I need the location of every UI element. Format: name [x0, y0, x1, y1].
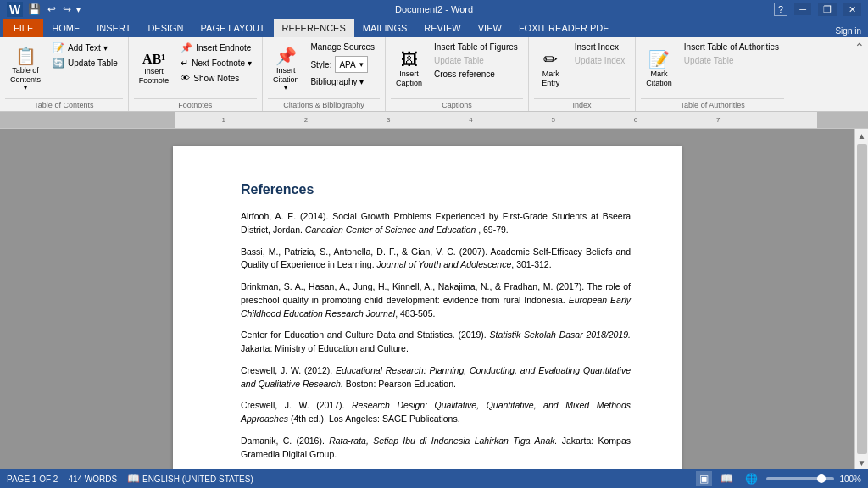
- ref-entry-5: Creswell, J. W. (2012). Educational Rese…: [241, 364, 631, 391]
- insert-table-authorities-button[interactable]: Insert Table of Authorities: [679, 41, 784, 53]
- style-selector[interactable]: Style: APA ▾: [305, 54, 380, 75]
- toc-dropdown-icon[interactable]: ▾: [24, 84, 27, 92]
- proofing-icon: 📖: [127, 473, 140, 485]
- ribbon-collapse-button[interactable]: ⌃: [854, 41, 865, 54]
- ribbon-group-index: ✏ MarkEntry Insert Index Update Index In…: [529, 37, 637, 111]
- manage-sources-button[interactable]: Manage Sources: [305, 41, 380, 53]
- update-table-authorities-button[interactable]: Update Table: [679, 54, 784, 67]
- mark-entry-label: MarkEntry: [542, 69, 559, 88]
- citation-dropdown-icon[interactable]: ▾: [284, 84, 287, 92]
- style-dropdown-icon: ▾: [359, 60, 364, 69]
- document-scroll[interactable]: References Alrfooh, A. E. (2014). Social…: [0, 129, 854, 469]
- page-indicator: PAGE 1 OF 2: [7, 474, 58, 484]
- mark-entry-icon: ✏: [543, 49, 558, 69]
- citation-label: InsertCitation: [273, 66, 299, 85]
- next-footnote-icon: ↵: [181, 58, 188, 69]
- cross-reference-button[interactable]: Cross-reference: [429, 68, 523, 80]
- restore-button[interactable]: ❐: [818, 3, 837, 16]
- insert-index-button[interactable]: Insert Index: [570, 41, 631, 53]
- ref-entry-2: Bassi, M., Patrizia, S., Antonella, D. F…: [241, 246, 631, 273]
- mark-citation-button[interactable]: 📝 MarkCitation: [641, 41, 677, 97]
- table-of-contents-button[interactable]: 📋 Table ofContents ▾: [5, 41, 46, 97]
- tab-file[interactable]: FILE: [3, 19, 43, 37]
- tab-foxit[interactable]: FOXIT READER PDF: [510, 19, 617, 37]
- ribbon-group-toc: 📋 Table ofContents ▾ 📝 Add Text ▾ 🔄 Upda…: [0, 37, 129, 111]
- ref-entry-6: Creswell, J. W. (2017). Research Design:…: [241, 399, 631, 426]
- minimize-button[interactable]: ─: [794, 3, 811, 15]
- zoom-slider[interactable]: [766, 477, 834, 480]
- status-left: PAGE 1 OF 2 414 WORDS 📖 ENGLISH (UNITED …: [7, 473, 253, 485]
- index-group-label: Index: [534, 98, 631, 111]
- title-bar: W 💾 ↩ ↪ ▾ Document2 - Word ? ─ ❐ ✕: [0, 0, 868, 19]
- ribbon-group-authorities: 📝 MarkCitation Insert Table of Authoriti…: [636, 37, 789, 111]
- language-indicator[interactable]: 📖 ENGLISH (UNITED STATES): [127, 473, 253, 485]
- tab-home[interactable]: HOME: [43, 19, 88, 37]
- toc-group-label: Table of Contents: [5, 98, 123, 111]
- title-bar-controls: ? ─ ❐ ✕: [774, 3, 861, 16]
- tab-insert[interactable]: INSERT: [88, 19, 139, 37]
- status-right: ▣ 📖 🌐 100%: [696, 471, 861, 486]
- add-text-button[interactable]: 📝 Add Text ▾: [47, 41, 123, 55]
- captions-group-label: Captions: [391, 98, 523, 111]
- footnotes-group-label: Footnotes: [134, 98, 257, 111]
- update-table-captions-button[interactable]: Update Table: [429, 54, 523, 67]
- document-page: References Alrfooh, A. E. (2014). Social…: [173, 146, 682, 469]
- footnote-icon: AB¹: [142, 52, 165, 67]
- insert-footnote-button[interactable]: AB¹ InsertFootnote: [134, 41, 175, 97]
- ribbon-group-captions: 🖼 InsertCaption Insert Table of Figures …: [386, 37, 529, 111]
- title-bar-title: Document2 - Word: [395, 4, 473, 14]
- show-notes-icon: 👁: [181, 73, 190, 83]
- citations-group-label: Citations & Bibliography: [268, 98, 380, 111]
- quick-access-redo[interactable]: ↪: [61, 2, 73, 17]
- close-button[interactable]: ✕: [843, 3, 861, 16]
- title-bar-left: W 💾 ↩ ↪ ▾: [7, 2, 81, 17]
- help-button[interactable]: ?: [774, 3, 787, 16]
- sign-in-button[interactable]: Sign in: [828, 25, 868, 37]
- style-dropdown[interactable]: APA ▾: [335, 56, 367, 73]
- footnote-label: InsertFootnote: [139, 67, 170, 86]
- tab-review[interactable]: REVIEW: [415, 19, 469, 37]
- citation-icon: 📌: [275, 46, 297, 66]
- view-normal-icon[interactable]: ▣: [696, 471, 712, 486]
- tab-mailings[interactable]: MAILINGS: [354, 19, 416, 37]
- tab-page-layout[interactable]: PAGE LAYOUT: [192, 19, 274, 37]
- view-reading-icon[interactable]: 📖: [717, 471, 737, 486]
- update-index-button[interactable]: Update Index: [570, 54, 631, 67]
- ref-entry-4: Center for Education and Culture Data an…: [241, 329, 631, 356]
- ref-entry-7: Damanik, C. (2016). Rata-rata, Setiap Ib…: [241, 435, 631, 462]
- ribbon: 📋 Table ofContents ▾ 📝 Add Text ▾ 🔄 Upda…: [0, 37, 868, 112]
- quick-access-undo[interactable]: ↩: [46, 2, 58, 17]
- update-table-toc-button[interactable]: 🔄 Update Table: [47, 56, 123, 70]
- caption-label: InsertCaption: [396, 69, 422, 88]
- zoom-level[interactable]: 100%: [839, 474, 861, 484]
- document-area: References Alrfooh, A. E. (2014). Social…: [0, 129, 868, 469]
- mark-citation-label: MarkCitation: [646, 69, 672, 88]
- toc-icon: 📋: [15, 46, 36, 66]
- ref-entry-3: Brinkman, S. A., Hasan, A., Jung, H., Ki…: [241, 280, 631, 320]
- tab-design[interactable]: DESIGN: [139, 19, 192, 37]
- tab-references[interactable]: REFERENCES: [274, 19, 354, 37]
- bibliography-button[interactable]: Bibliography ▾: [305, 75, 380, 88]
- status-bar: PAGE 1 OF 2 414 WORDS 📖 ENGLISH (UNITED …: [0, 469, 868, 488]
- quick-access-save[interactable]: 💾: [26, 2, 42, 17]
- show-notes-button[interactable]: 👁 Show Notes: [175, 71, 257, 85]
- ribbon-group-footnotes: AB¹ InsertFootnote 📌 Insert Endnote ↵ Ne…: [129, 37, 263, 111]
- insert-citation-button[interactable]: 📌 InsertCitation ▾: [268, 41, 304, 97]
- next-footnote-button[interactable]: ↵ Next Footnote ▾: [175, 56, 257, 70]
- toc-label: Table ofContents: [10, 66, 41, 85]
- endnote-icon: 📌: [181, 42, 192, 53]
- word-count: 414 WORDS: [68, 474, 117, 484]
- zoom-slider-thumb: [817, 474, 826, 483]
- quick-access-dropdown[interactable]: ▾: [76, 5, 81, 14]
- caption-icon: 🖼: [401, 50, 418, 69]
- tab-view[interactable]: VIEW: [470, 19, 510, 37]
- insert-table-figures-button[interactable]: Insert Table of Figures: [429, 41, 523, 53]
- ribbon-group-citations: 📌 InsertCitation ▾ Manage Sources Style:…: [263, 37, 386, 111]
- vertical-scrollbar[interactable]: ▲ ▼: [854, 129, 868, 469]
- authorities-group-label: Table of Authorities: [641, 98, 784, 111]
- ribbon-tabs: FILE HOME INSERT DESIGN PAGE LAYOUT REFE…: [0, 19, 868, 37]
- insert-caption-button[interactable]: 🖼 InsertCaption: [391, 41, 427, 97]
- mark-entry-button[interactable]: ✏ MarkEntry: [534, 41, 568, 97]
- insert-endnote-button[interactable]: 📌 Insert Endnote: [175, 41, 257, 55]
- view-web-icon[interactable]: 🌐: [742, 471, 761, 486]
